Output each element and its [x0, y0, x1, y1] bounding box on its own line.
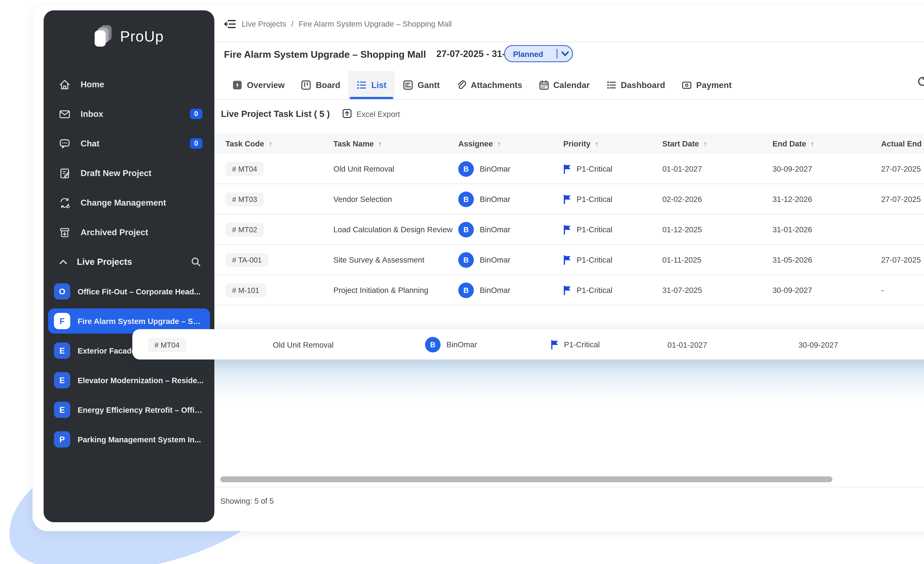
live-projects-section-header[interactable]: Live Projects	[44, 247, 214, 277]
start-date: 02-02-2026	[662, 194, 772, 203]
table-header-row: Task Code↑ Task Name↑ Assignee↑ Priority…	[214, 133, 924, 154]
project-search-icon[interactable]	[191, 257, 201, 267]
project-status-dropdown[interactable]: Planned	[504, 45, 573, 62]
task-code-chip: # M-101	[225, 283, 266, 297]
assignee-name: BinOmar	[447, 340, 477, 349]
sidebar-item-change-management[interactable]: Change Management	[44, 188, 214, 218]
end-date: 31-12-2026	[772, 194, 881, 203]
assignee-name: BinOmar	[480, 194, 510, 203]
sort-arrow-icon: ↑	[595, 140, 598, 148]
column-header[interactable]: Assignee↑	[458, 139, 563, 148]
change-icon	[58, 196, 71, 209]
assignee-name: BinOmar	[480, 225, 510, 234]
home-icon	[58, 78, 71, 90]
sidebar: ProUp Home Inbox 0 Chat 0	[44, 11, 214, 522]
task-code-chip: # MT04	[225, 162, 264, 176]
column-header[interactable]: Priority↑	[563, 139, 662, 148]
project-initial-badge: F	[54, 313, 70, 329]
project-item-parking-management[interactable]: P Parking Management System In...	[48, 424, 210, 454]
tab-label: List	[372, 81, 387, 90]
end-date: 30-09-2027	[772, 164, 881, 173]
tab-board[interactable]: Board	[293, 71, 348, 99]
column-header[interactable]: Task Name↑	[333, 139, 458, 148]
table-row[interactable]: # MT04 Old Unit Removal BBinOmar P1-Crit…	[214, 154, 924, 184]
excel-export-label: Excel Export	[357, 109, 400, 118]
task-name[interactable]: Vendor Selection	[333, 194, 458, 203]
sidebar-collapse-icon[interactable]	[224, 18, 237, 29]
column-header[interactable]: End Date↑	[772, 139, 881, 148]
task-name[interactable]: Old Unit Removal	[333, 164, 458, 173]
task-list-header: Live Project Task List ( 5 ) Excel Expor…	[214, 100, 924, 127]
task-table-body: # MT04 Old Unit Removal BBinOmar P1-Crit…	[214, 154, 924, 305]
sidebar-item-archived-project[interactable]: Archived Project	[44, 218, 214, 247]
priority-label: P1-Critical	[577, 225, 612, 234]
assignee-avatar: B	[458, 252, 474, 268]
tab-label: Dashboard	[621, 81, 665, 90]
horizontal-scrollbar-thumb[interactable]	[220, 476, 832, 482]
sidebar-item-label: Chat	[81, 139, 180, 148]
list-tools: Add Task	[916, 72, 924, 91]
column-header[interactable]: Start Date↑	[662, 139, 772, 148]
table-row[interactable]: # M-101 Project Initiation & Planning BB…	[214, 275, 924, 305]
table-footer: Showing: 5 of 5 1 100	[214, 487, 924, 531]
column-header[interactable]: Task Code↑	[225, 139, 333, 148]
calendar-icon	[538, 80, 549, 90]
assignee-avatar: B	[458, 161, 474, 176]
dashboard-icon	[606, 80, 616, 90]
table-row[interactable]: # MT03 Vendor Selection BBinOmar P1-Crit…	[214, 184, 924, 215]
chat-count-badge: 0	[190, 138, 202, 149]
priority-flag-icon	[563, 194, 572, 204]
task-name[interactable]: Load Calculation & Design Review	[333, 225, 458, 234]
tab-attachments[interactable]: Attachments	[448, 71, 531, 99]
tab-calendar[interactable]: Calendar	[530, 71, 598, 99]
tab-payment[interactable]: Payment	[673, 71, 740, 99]
sort-arrow-icon: ↑	[810, 140, 814, 148]
sidebar-item-chat[interactable]: Chat 0	[44, 129, 214, 158]
start-date: 31-07-2025	[662, 286, 772, 295]
task-list-title: Live Project Task List ( 5 )	[221, 108, 330, 119]
showing-count: Showing: 5 of 5	[220, 496, 274, 505]
refresh-icon[interactable]	[916, 75, 924, 87]
paperclip-icon	[456, 80, 466, 90]
tab-gantt[interactable]: Gantt	[394, 71, 448, 99]
excel-export-button[interactable]: Excel Export	[342, 109, 400, 118]
actual-end-date: 27-07-2025	[881, 194, 924, 203]
project-label: Parking Management System In...	[78, 435, 201, 444]
tab-label: Overview	[247, 81, 285, 90]
sidebar-item-draft-new-project[interactable]: Draft New Project	[44, 158, 214, 188]
tab-dashboard[interactable]: Dashboard	[598, 71, 673, 99]
inbox-count-badge: 0	[190, 109, 202, 119]
sidebar-item-inbox[interactable]: Inbox 0	[44, 99, 214, 129]
tab-list[interactable]: List	[348, 71, 395, 99]
priority-label: P1-Critical	[577, 194, 612, 203]
table-row[interactable]: # TA-001 Site Survey & Assessment BBinOm…	[214, 245, 924, 275]
project-item-energy-efficiency-retrofit[interactable]: E Energy Efficiency Retrofit – Offic...	[48, 395, 210, 424]
sidebar-item-label: Home	[81, 80, 202, 89]
app-logo[interactable]: ProUp	[44, 24, 214, 49]
task-name: Old Unit Removal	[273, 340, 334, 349]
screen: ProUp Home Inbox 0 Chat 0	[0, 0, 924, 564]
task-name[interactable]: Project Initiation & Planning	[333, 286, 458, 295]
table-row[interactable]: # MT02 Load Calculation & Design Review …	[214, 215, 924, 245]
chevron-up-icon	[58, 257, 68, 267]
sort-arrow-icon: ↑	[378, 140, 382, 148]
start-date: 01-01-2027	[662, 164, 772, 173]
tab-label: Attachments	[471, 81, 522, 90]
tab-overview[interactable]: Overview	[224, 71, 293, 99]
sidebar-item-label: Change Management	[81, 198, 202, 207]
column-header[interactable]: Actual End Date↑	[881, 139, 924, 148]
sidebar-item-home[interactable]: Home	[44, 69, 214, 99]
task-name[interactable]: Site Survey & Assessment	[333, 255, 458, 264]
dragged-task-row[interactable]: # MT04 Old Unit Removal BBinOmar P1-Crit…	[132, 329, 924, 359]
inbox-icon	[58, 108, 71, 120]
project-label: Energy Efficiency Retrofit – Offic...	[78, 405, 204, 414]
project-item-elevator-modernization[interactable]: E Elevator Modernization – Reside...	[48, 365, 210, 395]
priority-flag-icon	[563, 164, 572, 173]
sort-arrow-icon: ↑	[497, 140, 501, 148]
breadcrumb-item-current: Fire Alarm System Upgrade – Shopping Mal…	[298, 19, 452, 28]
tab-label: Gantt	[417, 81, 440, 90]
breadcrumb-item[interactable]: Live Projects	[242, 19, 286, 28]
project-initial-badge: P	[54, 431, 70, 448]
start-date: 01-12-2025	[662, 225, 772, 234]
project-item-office-fit-out[interactable]: O Office Fit-Out – Corporate Head...	[48, 277, 210, 306]
